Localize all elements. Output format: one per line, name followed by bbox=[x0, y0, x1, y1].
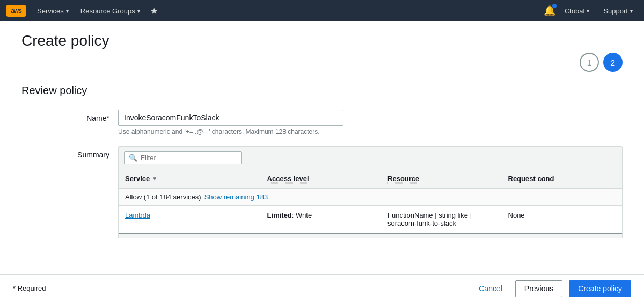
step-2-indicator: 2 bbox=[603, 53, 623, 72]
required-note: * Required bbox=[13, 284, 46, 292]
summary-table-container: 🔍 Service ▼ Access level Resource Reques… bbox=[118, 146, 623, 238]
filter-input-wrap: 🔍 bbox=[124, 151, 242, 164]
td-access-level: Limited: Write bbox=[261, 211, 381, 227]
th-service-label: Service bbox=[125, 175, 150, 183]
name-hint: Use alphanumeric and '+=,.@-_' character… bbox=[118, 128, 343, 135]
allow-text: Allow (1 of 184 services) bbox=[125, 193, 201, 201]
th-access-level: Access level bbox=[261, 169, 381, 188]
sort-arrow-icon: ▼ bbox=[152, 176, 157, 182]
cancel-button[interactable]: Cancel bbox=[472, 281, 509, 292]
access-level-detail: : Write bbox=[292, 211, 312, 219]
nav-right-section: 🔔 Global ▾ Support ▾ bbox=[544, 4, 638, 18]
td-request-cond: None bbox=[502, 211, 622, 227]
services-nav-item[interactable]: Services ▾ bbox=[32, 4, 74, 18]
global-nav-item[interactable]: Global ▾ bbox=[560, 4, 595, 18]
td-resource: FunctionName | string like | soracom-fun… bbox=[381, 211, 501, 227]
global-chevron-icon: ▾ bbox=[587, 8, 589, 14]
section-title: Review policy bbox=[21, 84, 623, 97]
services-chevron-icon: ▾ bbox=[66, 8, 69, 14]
header-wrapper: Create policy 1 2 bbox=[0, 21, 644, 71]
aws-logo[interactable]: aws bbox=[6, 5, 26, 17]
th-service: Service ▼ bbox=[119, 169, 261, 188]
name-form-row: Name* Use alphanumeric and '+=,.@-_' cha… bbox=[21, 110, 623, 135]
top-navigation: aws Services ▾ Resource Groups ▾ ★ 🔔 Glo… bbox=[0, 0, 644, 21]
td-service: Lambda bbox=[119, 211, 261, 227]
resource-groups-chevron-icon: ▾ bbox=[137, 8, 140, 14]
step-1-indicator: 1 bbox=[580, 53, 599, 72]
support-nav-item[interactable]: Support ▾ bbox=[598, 4, 638, 18]
filter-search-icon: 🔍 bbox=[129, 154, 137, 162]
summary-label: Summary bbox=[21, 146, 118, 159]
name-field-container: Use alphanumeric and '+=,.@-_' character… bbox=[118, 110, 343, 135]
notification-badge bbox=[552, 4, 557, 8]
section-divider bbox=[21, 71, 623, 71]
summary-form-row: Summary 🔍 Service ▼ Access level Resou bbox=[21, 146, 623, 238]
notifications-icon[interactable]: 🔔 bbox=[544, 5, 555, 17]
step-2-label: 2 bbox=[611, 58, 615, 67]
name-label: Name* bbox=[21, 110, 118, 123]
filter-input[interactable] bbox=[141, 154, 237, 162]
previous-button[interactable]: Previous bbox=[515, 280, 562, 292]
th-service-sort[interactable]: Service ▼ bbox=[125, 175, 254, 183]
page-title: Create policy bbox=[21, 32, 601, 49]
th-request-cond: Request cond bbox=[502, 169, 622, 188]
services-nav-label: Services bbox=[37, 7, 64, 15]
content-area: Review policy Name* Use alphanumeric and… bbox=[0, 71, 644, 292]
th-resource: Resource bbox=[381, 169, 501, 188]
resource-groups-label: Resource Groups bbox=[80, 7, 135, 15]
scrollbar[interactable] bbox=[119, 233, 622, 238]
lambda-link[interactable]: Lambda bbox=[125, 211, 150, 219]
step-indicators: 1 2 bbox=[580, 53, 623, 72]
th-request-cond-label: Request cond bbox=[508, 175, 554, 183]
allow-row: Allow (1 of 184 services) Show remaining… bbox=[119, 189, 622, 206]
table-row: Lambda Limited: Write FunctionName | str… bbox=[119, 206, 622, 233]
footer: * Required Cancel Previous Create policy bbox=[0, 274, 644, 292]
support-label: Support bbox=[603, 7, 628, 15]
footer-actions: Cancel Previous Create policy bbox=[472, 280, 631, 292]
create-policy-button[interactable]: Create policy bbox=[569, 280, 631, 292]
access-level-bold: Limited bbox=[267, 211, 292, 219]
name-input[interactable] bbox=[118, 110, 343, 126]
filter-bar: 🔍 bbox=[119, 147, 622, 169]
global-label: Global bbox=[565, 7, 585, 15]
support-chevron-icon: ▾ bbox=[630, 8, 633, 14]
step-1-label: 1 bbox=[587, 58, 591, 67]
resource-groups-nav-item[interactable]: Resource Groups ▾ bbox=[76, 4, 145, 18]
table-header: Service ▼ Access level Resource Request … bbox=[119, 169, 622, 189]
aws-logo-text: aws bbox=[11, 7, 21, 15]
show-remaining-link[interactable]: Show remaining 183 bbox=[204, 193, 268, 201]
main-content: Create policy bbox=[0, 21, 623, 71]
bookmarks-icon[interactable]: ★ bbox=[147, 4, 161, 18]
